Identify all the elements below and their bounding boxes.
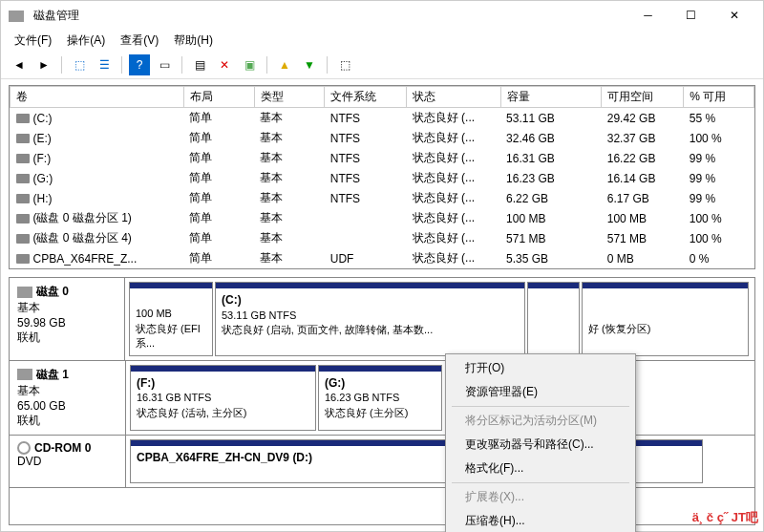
menu-help[interactable]: 帮助(H) xyxy=(168,31,219,51)
ctx-open[interactable]: 打开(O) xyxy=(448,356,633,380)
volume-row[interactable]: (G:)简单基本NTFS状态良好 (...16.23 GB16.14 GB99 … xyxy=(11,168,754,188)
back-button[interactable]: ◄ xyxy=(9,54,30,75)
maximize-button[interactable]: ☐ xyxy=(669,1,712,30)
disk-icon xyxy=(17,287,32,298)
volume-row[interactable]: (磁盘 0 磁盘分区 1)简单基本状态良好 (...100 MB100 MB10… xyxy=(11,208,754,228)
ctx-change-letter[interactable]: 更改驱动器号和路径(C)... xyxy=(448,433,633,457)
col-header[interactable]: 容量 xyxy=(500,87,602,108)
folder-down-icon[interactable]: ▼ xyxy=(299,54,320,75)
ctx-extend: 扩展卷(X)... xyxy=(448,485,633,509)
volume-row[interactable]: (C:)简单基本NTFS状态良好 (...53.11 GB29.42 GB55 … xyxy=(11,108,754,129)
menu-file[interactable]: 文件(F) xyxy=(9,31,57,51)
volume-icon xyxy=(16,174,30,183)
col-header[interactable]: 布局 xyxy=(183,87,254,108)
close-button[interactable]: ✕ xyxy=(712,1,755,30)
partition[interactable]: (F:)16.31 GB NTFS状态良好 (活动, 主分区) xyxy=(130,365,316,431)
partition[interactable]: 好 (恢复分区) xyxy=(582,282,749,356)
menubar: 文件(F) 操作(A) 查看(V) 帮助(H) xyxy=(1,30,763,51)
volume-icon xyxy=(16,154,30,163)
help-icon[interactable]: ? xyxy=(129,54,150,75)
volume-icon xyxy=(16,194,30,203)
partition[interactable] xyxy=(527,282,580,356)
volume-icon xyxy=(16,234,30,244)
watermark: ä¸ č ç˝ JT吧 xyxy=(692,509,758,526)
titlebar: 磁盘管理 ─ ☐ ✕ xyxy=(1,1,763,30)
volume-table[interactable]: 卷布局类型文件系统状态容量可用空间% 可用 (C:)简单基本NTFS状态良好 (… xyxy=(9,85,755,269)
cdrom-icon xyxy=(17,441,31,455)
col-header[interactable]: 可用空间 xyxy=(602,87,684,108)
view-top-icon[interactable]: ▭ xyxy=(154,54,175,75)
partition[interactable]: (C:)53.11 GB NTFS状态良好 (启动, 页面文件, 故障转储, 基… xyxy=(215,282,525,356)
action-icon[interactable]: ▤ xyxy=(189,54,210,75)
volume-row[interactable]: (H:)简单基本NTFS状态良好 (...6.22 GB6.17 GB99 % xyxy=(11,188,754,208)
menu-view[interactable]: 查看(V) xyxy=(115,31,164,51)
disk-icon xyxy=(17,369,32,380)
volume-row[interactable]: (磁盘 0 磁盘分区 4)简单基本状态良好 (...571 MB571 MB10… xyxy=(11,228,754,248)
props-icon[interactable]: ⬚ xyxy=(334,54,355,75)
menu-action[interactable]: 操作(A) xyxy=(61,31,111,51)
volume-row[interactable]: CPBA_X64FRE_Z...简单基本UDF状态良好 (...5.35 GB0… xyxy=(11,248,754,268)
disk-map: 磁盘 0基本59.98 GB联机100 MB状态良好 (EFI 系...(C:)… xyxy=(9,277,755,525)
volume-icon xyxy=(16,134,30,143)
col-header[interactable]: 文件系统 xyxy=(325,87,407,108)
col-header[interactable]: 状态 xyxy=(407,87,500,108)
list-icon[interactable]: ☰ xyxy=(94,54,115,75)
ctx-mark-active: 将分区标记为活动分区(M) xyxy=(448,409,633,433)
folder-up-icon[interactable]: ▲ xyxy=(274,54,295,75)
volume-icon xyxy=(16,114,30,123)
delete-icon[interactable]: ✕ xyxy=(214,54,235,75)
minimize-button[interactable]: ─ xyxy=(626,1,669,30)
ctx-shrink[interactable]: 压缩卷(H)... xyxy=(448,509,633,532)
toolbar: ◄ ► ⬚ ☰ ? ▭ ▤ ✕ ▣ ▲ ▼ ⬚ xyxy=(1,51,763,79)
app-icon xyxy=(9,9,28,22)
disk-info[interactable]: 磁盘 1基本65.00 GB联机 xyxy=(10,361,126,435)
disk-info[interactable]: 磁盘 0基本59.98 GB联机 xyxy=(10,278,125,360)
partition[interactable]: (G:)16.23 GB NTFS状态良好 (主分区) xyxy=(318,365,442,431)
context-menu: 打开(O) 资源管理器(E) 将分区标记为活动分区(M) 更改驱动器号和路径(C… xyxy=(445,353,636,532)
ctx-format[interactable]: 格式化(F)... xyxy=(448,457,633,480)
col-header[interactable]: 类型 xyxy=(254,87,325,108)
col-header[interactable]: 卷 xyxy=(11,87,184,108)
volume-row[interactable]: (E:)简单基本NTFS状态良好 (...32.46 GB32.37 GB100… xyxy=(11,128,754,148)
new-icon[interactable]: ▣ xyxy=(239,54,260,75)
volume-icon xyxy=(16,254,30,264)
volume-icon xyxy=(16,214,30,223)
disk-info[interactable]: CD-ROM 0DVD xyxy=(10,436,126,488)
partition[interactable]: 100 MB状态良好 (EFI 系... xyxy=(129,282,213,356)
forward-button[interactable]: ► xyxy=(33,54,54,75)
volume-row[interactable]: (F:)简单基本NTFS状态良好 (...16.31 GB16.22 GB99 … xyxy=(11,148,754,168)
ctx-explorer[interactable]: 资源管理器(E) xyxy=(448,380,633,404)
refresh-icon[interactable]: ⬚ xyxy=(69,54,90,75)
window-title: 磁盘管理 xyxy=(33,8,79,24)
col-header[interactable]: % 可用 xyxy=(684,87,754,108)
